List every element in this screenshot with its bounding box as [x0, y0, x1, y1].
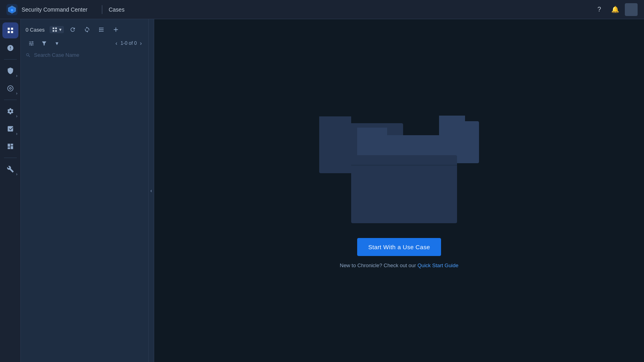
refresh-button-1[interactable] — [67, 24, 78, 35]
panel-collapse-handle[interactable]: ‹ — [149, 19, 154, 362]
collapse-chevron-icon: ‹ — [151, 188, 152, 194]
sidebar-item-shield[interactable] — [2, 63, 18, 79]
sidebar-item-alerts[interactable] — [2, 40, 18, 56]
chevron-down-icon: ▾ — [59, 27, 62, 32]
cases-count: 0 Cases — [26, 27, 45, 33]
customize-button[interactable] — [26, 38, 37, 49]
svg-rect-5 — [319, 116, 351, 125]
filter-dropdown-button[interactable]: ▾ — [51, 38, 62, 49]
topbar-section-title: Cases — [109, 6, 125, 13]
sidebar — [0, 19, 21, 362]
topbar: Security Command Center Cases ? 🔔 — [0, 0, 644, 19]
gear-icon — [7, 108, 14, 115]
sidebar-item-settings[interactable] — [2, 103, 18, 119]
sidebar-divider-3 — [4, 158, 17, 158]
svg-rect-1 — [99, 28, 100, 28]
grid-view-icon — [52, 27, 58, 32]
search-input[interactable] — [34, 52, 143, 58]
chevron-down-icon: ▾ — [56, 40, 58, 46]
pagination: ‹ 1-0 of 0 › — [114, 39, 143, 47]
user-avatar[interactable] — [625, 3, 638, 16]
product-name: Security Command Center — [22, 6, 87, 13]
pagination-label: 1-0 of 0 — [121, 40, 137, 46]
cases-panel: 0 Cases ▾ — [21, 19, 149, 362]
sidebar-item-cases[interactable] — [2, 22, 18, 38]
topbar-right: ? 🔔 — [593, 3, 638, 16]
svg-rect-3 — [99, 31, 100, 32]
add-case-button[interactable] — [110, 24, 121, 35]
sidebar-item-analytics[interactable] — [2, 121, 18, 137]
svg-rect-2 — [99, 29, 100, 30]
cases-toolbar: 0 Cases ▾ — [21, 19, 148, 49]
svg-rect-7 — [357, 128, 387, 137]
radar-icon — [7, 85, 14, 92]
alerts-icon — [7, 44, 14, 52]
sync-button[interactable] — [81, 24, 93, 35]
filter-button[interactable] — [38, 38, 50, 49]
quick-start-guide-link[interactable]: Quick Start Guide — [417, 262, 459, 268]
sidebar-divider-1 — [4, 59, 17, 60]
analytics-icon — [7, 125, 14, 132]
notifications-button[interactable]: 🔔 — [609, 3, 622, 16]
customize-icon — [28, 40, 34, 46]
bell-icon: 🔔 — [611, 6, 619, 13]
search-box — [21, 49, 148, 61]
main-content: Start With a Use Case New to Chronicle? … — [154, 19, 644, 362]
add-icon — [112, 26, 119, 33]
empty-state-illustration — [311, 113, 487, 225]
folder-svg — [311, 113, 487, 225]
topbar-logo: Security Command Center — [6, 4, 87, 15]
sidebar-divider-2 — [4, 100, 17, 100]
main-layout: 0 Cases ▾ — [0, 19, 644, 362]
view-toggle-button[interactable]: ▾ — [50, 26, 64, 33]
pagination-next-button[interactable]: › — [138, 39, 143, 47]
grid-options-button[interactable] — [96, 24, 107, 35]
dashboard-icon — [7, 143, 14, 150]
sidebar-item-dashboard[interactable] — [2, 138, 18, 154]
sidebar-item-radar[interactable] — [2, 80, 18, 96]
start-use-case-button[interactable]: Start With a Use Case — [357, 238, 441, 256]
help-icon: ? — [598, 6, 601, 13]
tools-icon — [7, 166, 14, 173]
help-button[interactable]: ? — [593, 3, 606, 16]
topbar-divider — [102, 5, 102, 14]
toolbar-row-2: ▾ ‹ 1-0 of 0 › — [26, 38, 143, 49]
filter-icon — [41, 40, 47, 46]
cases-icon — [7, 27, 14, 34]
toolbar-row-1: 0 Cases ▾ — [26, 24, 143, 35]
svg-rect-9 — [439, 116, 465, 123]
refresh-icon — [70, 26, 76, 33]
product-logo-icon — [6, 4, 18, 15]
search-icon — [26, 52, 31, 58]
empty-state: Start With a Use Case New to Chronicle? … — [340, 238, 459, 268]
pagination-prev-button[interactable]: ‹ — [114, 39, 119, 47]
grid-options-icon — [98, 26, 105, 33]
new-to-chronicle-text: New to Chronicle? Check out our Quick St… — [340, 262, 459, 268]
shield-icon — [7, 67, 14, 74]
sync-icon — [84, 26, 90, 33]
sidebar-item-tools[interactable] — [2, 161, 18, 177]
